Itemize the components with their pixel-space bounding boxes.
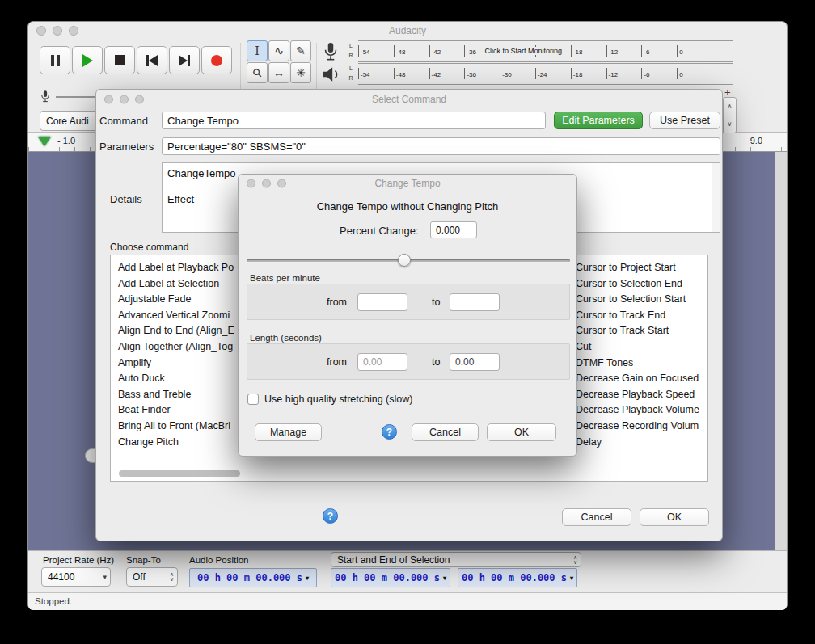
stepper-down-icon[interactable]: ∨	[728, 120, 733, 128]
skip-to-start-button[interactable]	[137, 46, 167, 74]
draw-tool-icon: ✎	[296, 44, 306, 57]
meter-tick: -36	[464, 68, 500, 79]
command-option[interactable]: DTMF Tones	[576, 356, 707, 372]
project-rate-select[interactable]: 44100 ▾	[41, 567, 111, 587]
close-button[interactable]	[247, 179, 255, 188]
record-meter-right-label: R	[347, 53, 355, 59]
use-preset-button[interactable]: Use Preset	[649, 112, 720, 129]
close-button[interactable]	[104, 95, 113, 104]
envelope-tool-button[interactable]: ∿	[268, 40, 289, 61]
cancel-button[interactable]: Cancel	[412, 423, 479, 441]
record-meter[interactable]: L R -54-48-42-36-30-24-18-12-60 Click to…	[347, 40, 733, 62]
vertical-stepper[interactable]: ∧ ∨	[723, 97, 737, 133]
zoom-button[interactable]	[135, 95, 144, 104]
playback-meter[interactable]: L R -54-48-42-36-30-24-18-12-60	[347, 63, 733, 85]
slider-thumb[interactable]	[398, 254, 411, 267]
dropdown-icon[interactable]: ▾	[570, 575, 573, 582]
timeshift-tool-button[interactable]: ↔	[268, 62, 289, 83]
skip-to-end-button[interactable]	[169, 46, 200, 74]
bpm-to-input[interactable]	[450, 293, 500, 311]
change-tempo-titlebar[interactable]: Change Tempo	[239, 175, 576, 192]
stop-button[interactable]	[104, 46, 135, 74]
selection-start-field[interactable]: 00 h 00 m 00.000 s ▾	[331, 568, 450, 587]
meter-tick: -6	[641, 68, 677, 79]
ok-label: OK	[667, 511, 682, 523]
help-button[interactable]: ?	[323, 508, 338, 524]
percent-change-input[interactable]	[430, 221, 477, 238]
close-button[interactable]	[36, 26, 46, 36]
window-title: Audacity	[389, 25, 426, 36]
ok-button[interactable]: OK	[487, 423, 556, 441]
play-button[interactable]	[72, 46, 103, 74]
help-icon: ?	[386, 427, 392, 438]
high-quality-stretch-checkbox[interactable]	[247, 394, 259, 405]
ok-button[interactable]: OK	[640, 508, 709, 526]
edit-parameters-button[interactable]: Edit Parameters	[554, 112, 643, 129]
cancel-label: Cancel	[429, 427, 461, 438]
command-option[interactable]: Cursor to Selection Start	[576, 292, 707, 308]
skip-to-start-icon	[146, 55, 158, 66]
stepper-up-icon[interactable]: ∧	[728, 103, 733, 110]
command-option[interactable]: Cursor to Selection End	[576, 276, 707, 293]
meter-tick: -12	[606, 45, 642, 57]
minimize-button[interactable]	[120, 95, 129, 104]
multi-tool-button[interactable]: ✳	[290, 62, 311, 83]
command-option[interactable]: Cursor to Track End	[576, 308, 707, 324]
command-option[interactable]: Decrease Playback Speed	[576, 387, 707, 403]
command-option[interactable]: Delay	[576, 435, 707, 451]
parameters-label: Parameters	[99, 141, 154, 153]
zoom-button[interactable]	[69, 26, 78, 36]
play-pin-icon[interactable]	[38, 137, 51, 146]
length-group: from to	[247, 343, 570, 380]
command-option[interactable]: Cut	[576, 339, 707, 356]
monitoring-hint[interactable]: Click to Start Monitoring	[481, 47, 565, 55]
command-list-right-column: Cursor to Project StartCursor to Selecti…	[576, 260, 707, 450]
snap-to-select[interactable]: Off ∧∨	[126, 567, 178, 587]
ruler-right-label: 9.0	[750, 136, 762, 145]
command-option[interactable]: Cursor to Track Start	[576, 323, 707, 339]
input-level-slider[interactable]	[56, 96, 98, 98]
horizontal-scrollbar[interactable]	[119, 470, 240, 477]
main-titlebar[interactable]: Audacity	[28, 22, 787, 40]
cancel-button[interactable]: Cancel	[562, 508, 631, 526]
playback-meter-speaker-icon[interactable]	[321, 66, 340, 82]
manage-button[interactable]: Manage	[255, 423, 322, 441]
parameters-input[interactable]	[162, 137, 720, 155]
dropdown-icon: ▾	[100, 573, 107, 581]
length-from-input[interactable]	[357, 353, 408, 371]
record-icon	[211, 55, 222, 66]
selection-end-field[interactable]: 00 h 00 m 00.000 s ▾	[458, 568, 577, 587]
zoom-tool-button[interactable]: ⚲	[247, 62, 268, 83]
command-input[interactable]	[162, 112, 546, 129]
record-button[interactable]	[201, 46, 232, 74]
minimize-button[interactable]	[53, 26, 62, 36]
meter-tick: -54	[358, 68, 394, 79]
help-button[interactable]: ?	[382, 424, 397, 440]
selection-mode-select[interactable]: Start and End of Selection ∧∨	[331, 552, 581, 567]
command-option[interactable]: Cursor to Project Start	[576, 260, 707, 276]
command-option[interactable]: Decrease Gain on Focused	[576, 371, 707, 387]
selection-mode-value: Start and End of Selection	[337, 554, 571, 566]
record-meter-mic-icon[interactable]	[321, 42, 340, 63]
playback-meter-left-label: L	[347, 65, 355, 72]
pause-button[interactable]	[40, 46, 70, 74]
dropdown-icon[interactable]: ▾	[443, 575, 446, 582]
command-option[interactable]: Decrease Recording Volum	[576, 419, 707, 435]
length-group-label: Length (seconds)	[250, 333, 322, 343]
zoom-button[interactable]	[277, 179, 286, 188]
select-command-titlebar[interactable]: Select Command	[96, 90, 722, 109]
dropdown-icon[interactable]: ▾	[306, 575, 309, 582]
audio-position-field[interactable]: 00 h 00 m 00.000 s ▾	[189, 568, 317, 587]
pause-icon	[51, 55, 60, 66]
stepper-icon: ∧∨	[571, 555, 577, 565]
length-to-input[interactable]	[450, 353, 500, 371]
draw-tool-button[interactable]: ✎	[290, 40, 311, 61]
meter-tick: -18	[571, 68, 606, 79]
command-option[interactable]: Decrease Playback Volume	[576, 402, 707, 419]
vertical-scrollbar[interactable]	[775, 152, 787, 550]
minimize-button[interactable]	[262, 179, 271, 188]
selection-tool-button[interactable]: I	[247, 40, 268, 61]
bpm-from-input[interactable]	[357, 293, 408, 311]
input-device-mic-icon[interactable]	[40, 90, 51, 104]
details-scrollbar[interactable]	[712, 163, 720, 232]
